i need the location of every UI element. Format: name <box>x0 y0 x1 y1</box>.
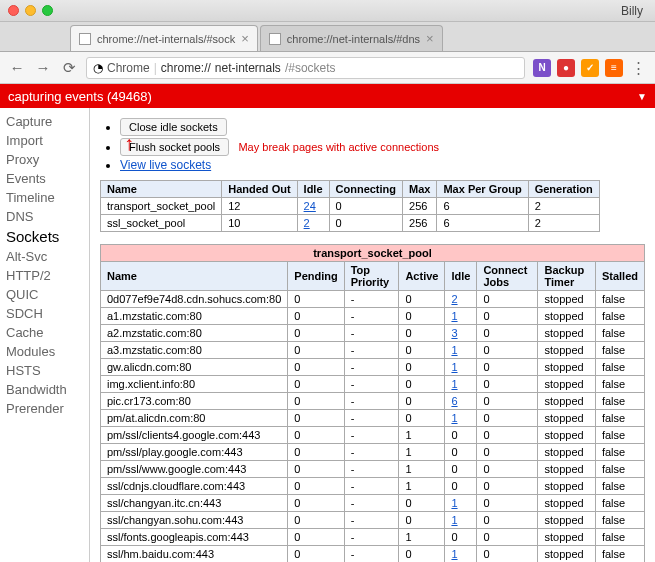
sidebar-item-altsvc[interactable]: Alt-Svc <box>0 247 89 266</box>
tab-close-icon[interactable]: × <box>241 31 249 46</box>
table-row: pm/ssl/www.google.com:4430-100stoppedfal… <box>101 461 645 478</box>
column-header: Name <box>101 262 288 291</box>
cell: 2 <box>528 215 599 232</box>
cell: - <box>344 427 399 444</box>
cell: stopped <box>538 495 595 512</box>
table-row: a2.mzstatic.com:800-030stoppedfalse <box>101 325 645 342</box>
cell: false <box>595 308 644 325</box>
column-header: Max Per Group <box>437 181 528 198</box>
idle-link[interactable]: 6 <box>451 395 457 407</box>
cell: stopped <box>538 291 595 308</box>
cell: stopped <box>538 359 595 376</box>
cell: stopped <box>538 461 595 478</box>
sidebar-item-prerender[interactable]: Prerender <box>0 399 89 418</box>
sidebar-item-cache[interactable]: Cache <box>0 323 89 342</box>
idle-link[interactable]: 1 <box>451 497 457 509</box>
idle-link[interactable]: 1 <box>451 412 457 424</box>
cell: - <box>344 376 399 393</box>
sidebar-item-quic[interactable]: QUIC <box>0 285 89 304</box>
window-titlebar: Billy <box>0 0 655 22</box>
banner-dropdown-icon[interactable]: ▼ <box>637 91 647 102</box>
cell: 1 <box>399 478 445 495</box>
minimize-window-icon[interactable] <box>25 5 36 16</box>
site-info-icon[interactable]: ◔ <box>93 61 103 75</box>
cell: 0 <box>399 495 445 512</box>
back-button[interactable]: ← <box>8 59 26 76</box>
column-header: Generation <box>528 181 599 198</box>
status-banner[interactable]: capturing events (49468) ▼ <box>0 84 655 108</box>
cell: 0 <box>477 495 538 512</box>
browser-tab[interactable]: chrome://net-internals/#sock× <box>70 25 258 51</box>
extension-icon[interactable]: ✓ <box>581 59 599 77</box>
sidebar-item-modules[interactable]: Modules <box>0 342 89 361</box>
idle-link[interactable]: 1 <box>451 514 457 526</box>
url-host: chrome:// <box>161 61 211 75</box>
tab-title: chrome://net-internals/#sock <box>97 33 235 45</box>
cell: 10 <box>222 215 297 232</box>
sidebar-item-dns[interactable]: DNS <box>0 207 89 226</box>
cell: 0 <box>477 444 538 461</box>
sidebar-item-sockets[interactable]: Sockets <box>0 226 89 247</box>
sidebar-item-hsts[interactable]: HSTS <box>0 361 89 380</box>
idle-link[interactable]: 1 <box>451 310 457 322</box>
column-header: Active <box>399 262 445 291</box>
extension-icon[interactable]: ● <box>557 59 575 77</box>
idle-link[interactable]: 3 <box>451 327 457 339</box>
detail-table: transport_socket_pool NamePendingTop Pri… <box>100 244 645 562</box>
view-live-link[interactable]: View live sockets <box>120 158 211 172</box>
close-idle-button[interactable]: Close idle sockets <box>120 118 227 136</box>
cell: 1 <box>445 376 477 393</box>
cell: 2 <box>297 215 329 232</box>
cell: 0d077ef9e74d8.cdn.sohucs.com:80 <box>101 291 288 308</box>
cell: stopped <box>538 325 595 342</box>
cell: 0 <box>399 376 445 393</box>
menu-icon[interactable]: ⋮ <box>629 59 647 77</box>
idle-link[interactable]: 2 <box>451 293 457 305</box>
cell: ssl_socket_pool <box>101 215 222 232</box>
idle-link[interactable]: 1 <box>451 344 457 356</box>
cell: ssl/changyan.sohu.com:443 <box>101 512 288 529</box>
cell: 0 <box>329 198 403 215</box>
column-header: Backup Timer <box>538 262 595 291</box>
forward-button[interactable]: → <box>34 59 52 76</box>
table-row: gw.alicdn.com:800-010stoppedfalse <box>101 359 645 376</box>
cell: - <box>344 359 399 376</box>
sidebar-item-http2[interactable]: HTTP/2 <box>0 266 89 285</box>
browser-tab[interactable]: chrome://net-internals/#dns× <box>260 25 443 51</box>
cell: - <box>344 478 399 495</box>
idle-link[interactable]: 2 <box>304 217 310 229</box>
sidebar-item-proxy[interactable]: Proxy <box>0 150 89 169</box>
sidebar-item-import[interactable]: Import <box>0 131 89 150</box>
cell: 256 <box>403 198 437 215</box>
extension-icon[interactable]: ≡ <box>605 59 623 77</box>
profile-name[interactable]: Billy <box>621 4 647 18</box>
sidebar-item-events[interactable]: Events <box>0 169 89 188</box>
cell: 1 <box>445 342 477 359</box>
sidebar-item-bandwidth[interactable]: Bandwidth <box>0 380 89 399</box>
idle-link[interactable]: 24 <box>304 200 316 212</box>
cell: pic.cr173.com:80 <box>101 393 288 410</box>
cell: - <box>344 444 399 461</box>
tab-close-icon[interactable]: × <box>426 31 434 46</box>
cell: transport_socket_pool <box>101 198 222 215</box>
cell: 0 <box>477 308 538 325</box>
url-path-rest: /#sockets <box>285 61 336 75</box>
maximize-window-icon[interactable] <box>42 5 53 16</box>
cell: 0 <box>288 410 344 427</box>
cell: 6 <box>437 198 528 215</box>
sidebar-item-sdch[interactable]: SDCH <box>0 304 89 323</box>
cell: 3 <box>445 325 477 342</box>
close-window-icon[interactable] <box>8 5 19 16</box>
idle-link[interactable]: 1 <box>451 361 457 373</box>
flush-pools-button[interactable]: Flush socket pools <box>120 138 229 156</box>
address-bar[interactable]: ◔ Chrome | chrome://net-internals/#socke… <box>86 57 525 79</box>
idle-link[interactable]: 1 <box>451 548 457 560</box>
cell: 0 <box>477 325 538 342</box>
sidebar-item-capture[interactable]: Capture <box>0 112 89 131</box>
cell: 12 <box>222 198 297 215</box>
extension-icon[interactable]: N <box>533 59 551 77</box>
sidebar-item-timeline[interactable]: Timeline <box>0 188 89 207</box>
reload-button[interactable]: ⟳ <box>60 59 78 77</box>
cell: 6 <box>445 393 477 410</box>
idle-link[interactable]: 1 <box>451 378 457 390</box>
